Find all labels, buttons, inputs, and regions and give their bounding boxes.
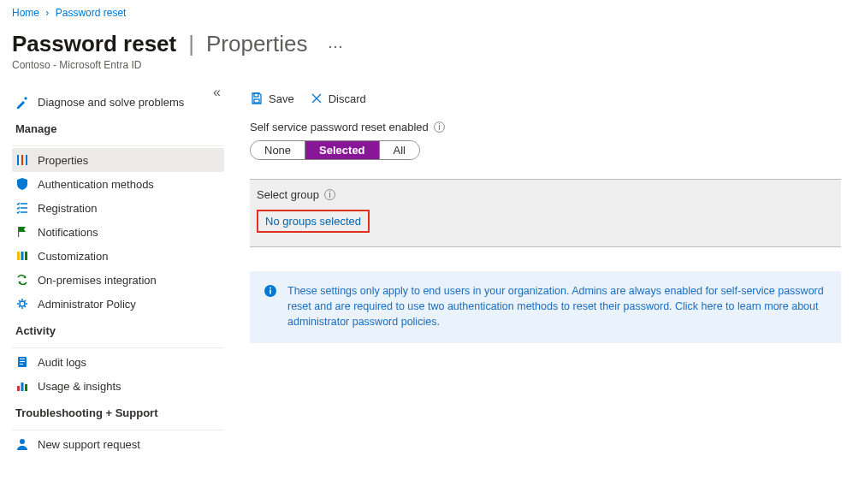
select-group-section: Select group i No groups selected xyxy=(250,179,841,247)
sspr-option-none[interactable]: None xyxy=(251,141,305,159)
svg-rect-5 xyxy=(21,252,24,260)
save-icon xyxy=(250,92,264,105)
select-group-link[interactable]: No groups selected xyxy=(265,215,361,228)
shield-icon xyxy=(15,177,29,191)
main-content: Save Discard Self service password reset… xyxy=(224,83,841,343)
sidebar-item-label: Usage & insights xyxy=(38,380,121,393)
sidebar: « Diagnose and solve problems Manage Pro… xyxy=(12,83,224,456)
page-title: Password reset xyxy=(12,31,176,57)
support-person-icon xyxy=(15,437,29,451)
breadcrumb-home[interactable]: Home xyxy=(12,7,39,19)
sidebar-item-customization[interactable]: Customization xyxy=(12,244,224,268)
svg-rect-11 xyxy=(20,364,23,365)
breadcrumb: Home › Password reset xyxy=(12,7,841,26)
sidebar-item-diagnose[interactable]: Diagnose and solve problems xyxy=(12,90,224,114)
sspr-option-all[interactable]: All xyxy=(379,141,419,159)
title-divider: | xyxy=(188,31,194,57)
page-subtitle: Properties xyxy=(206,31,308,57)
sidebar-item-label: Notifications xyxy=(38,226,98,239)
sidebar-header-support: Troubleshooting + Support xyxy=(12,398,224,424)
gear-icon xyxy=(15,297,29,311)
sidebar-divider xyxy=(12,145,224,146)
sidebar-divider xyxy=(12,430,224,430)
collapse-sidebar-button[interactable]: « xyxy=(210,83,224,102)
sidebar-item-label: Administrator Policy xyxy=(38,298,136,311)
svg-rect-16 xyxy=(254,93,258,97)
sidebar-item-onprem[interactable]: On-premises integration xyxy=(12,268,224,292)
log-icon xyxy=(15,355,29,369)
sidebar-item-audit-logs[interactable]: Audit logs xyxy=(12,350,224,374)
sidebar-item-label: New support request xyxy=(38,438,140,451)
sidebar-item-label: Diagnose and solve problems xyxy=(38,96,184,109)
svg-rect-9 xyxy=(20,359,25,359)
info-circle-icon xyxy=(264,284,277,298)
svg-rect-12 xyxy=(17,386,20,391)
select-group-highlight: No groups selected xyxy=(257,210,370,233)
svg-rect-2 xyxy=(26,155,27,165)
save-label: Save xyxy=(269,92,294,105)
svg-rect-3 xyxy=(18,227,19,237)
sidebar-header-activity: Activity xyxy=(12,316,224,342)
breadcrumb-current[interactable]: Password reset xyxy=(56,7,127,19)
sidebar-item-label: Properties xyxy=(38,154,88,167)
sidebar-item-usage-insights[interactable]: Usage & insights xyxy=(12,374,224,398)
svg-rect-14 xyxy=(25,384,27,391)
close-icon xyxy=(310,92,323,105)
svg-rect-10 xyxy=(20,361,25,362)
info-icon[interactable]: i xyxy=(324,189,335,200)
tenant-label: Contoso - Microsoft Entra ID xyxy=(12,59,841,71)
svg-rect-4 xyxy=(17,252,20,260)
svg-point-15 xyxy=(20,439,25,444)
svg-point-20 xyxy=(270,288,271,289)
sidebar-item-notifications[interactable]: Notifications xyxy=(12,220,224,244)
sidebar-item-label: Authentication methods xyxy=(38,178,154,191)
sidebar-item-registration[interactable]: Registration xyxy=(12,196,224,220)
info-banner-text[interactable]: These settings only apply to end users i… xyxy=(287,283,826,329)
checklist-icon xyxy=(15,201,29,215)
palette-icon xyxy=(15,249,29,263)
sliders-icon xyxy=(15,153,29,167)
svg-rect-6 xyxy=(25,252,27,260)
sidebar-item-new-support[interactable]: New support request xyxy=(12,432,224,456)
sspr-option-selected[interactable]: Selected xyxy=(305,141,378,159)
sidebar-item-label: Registration xyxy=(38,202,97,215)
bar-chart-icon xyxy=(15,379,29,393)
sidebar-divider xyxy=(12,347,224,348)
discard-label: Discard xyxy=(329,92,366,105)
save-button[interactable]: Save xyxy=(250,92,294,105)
sidebar-item-label: On-premises integration xyxy=(38,274,157,287)
discard-button[interactable]: Discard xyxy=(310,92,366,105)
sidebar-item-label: Audit logs xyxy=(38,356,86,369)
select-group-label: Select group xyxy=(257,188,319,201)
svg-rect-13 xyxy=(21,382,24,391)
wrench-icon xyxy=(15,95,29,109)
svg-rect-17 xyxy=(254,99,259,103)
sidebar-header-manage: Manage xyxy=(12,114,224,140)
svg-point-7 xyxy=(20,301,25,306)
command-bar: Save Discard xyxy=(250,88,841,117)
page-title-row: Password reset | Properties ⋯ xyxy=(12,31,841,57)
flag-icon xyxy=(15,225,29,239)
sync-icon xyxy=(15,273,29,287)
more-actions-button[interactable]: ⋯ xyxy=(323,35,348,57)
sspr-enabled-segmented: None Selected All xyxy=(250,140,420,160)
breadcrumb-separator: › xyxy=(45,7,49,19)
info-icon[interactable]: i xyxy=(434,122,445,133)
info-banner: These settings only apply to end users i… xyxy=(250,271,841,343)
sidebar-item-admin-policy[interactable]: Administrator Policy xyxy=(12,292,224,316)
sidebar-item-label: Customization xyxy=(38,250,108,263)
sspr-enabled-label: Self service password reset enabled xyxy=(250,121,429,133)
svg-rect-1 xyxy=(21,155,23,165)
svg-rect-19 xyxy=(270,290,271,294)
svg-rect-0 xyxy=(17,155,19,165)
sidebar-item-properties[interactable]: Properties xyxy=(12,148,224,172)
sspr-enabled-section: Self service password reset enabled i No… xyxy=(250,121,841,160)
sidebar-item-auth-methods[interactable]: Authentication methods xyxy=(12,172,224,196)
